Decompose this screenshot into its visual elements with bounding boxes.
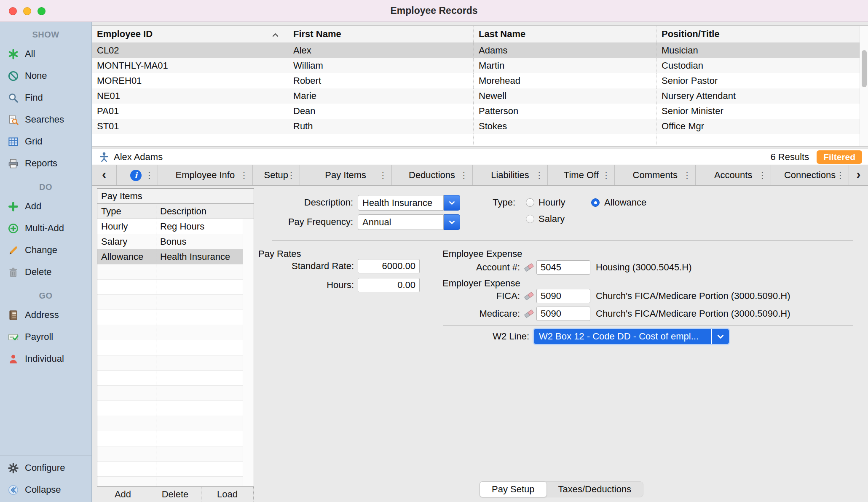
tab-accounts[interactable]: Accounts [696, 165, 771, 185]
empty-cell [97, 416, 156, 431]
description-dropdown[interactable]: Health Insurance [358, 195, 460, 211]
sidebar-item-reports[interactable]: Reports [0, 152, 91, 174]
load-pay-item-button[interactable]: Load [201, 487, 254, 502]
sidebar-item-all[interactable]: All [0, 43, 91, 65]
employer-expense-heading: Employer Expense [442, 278, 520, 289]
radio-hourly[interactable] [526, 198, 534, 207]
standard-rate-input[interactable]: 6000.00 [358, 259, 420, 273]
sidebar-item-searches[interactable]: Searches [0, 109, 91, 131]
sidebar-item-configure[interactable]: Configure [0, 457, 91, 479]
sidebar-item-delete[interactable]: Delete [0, 261, 91, 283]
table-row[interactable]: MOREH01 Robert Morehead Senior Pastor [92, 73, 860, 88]
sidebar-item-collapse[interactable]: Collapse [0, 479, 91, 501]
w2-line-dropdown[interactable]: W2 Box 12 - Code DD - Cost of empl... [534, 329, 729, 344]
sidebar-item-multi-add[interactable]: Multi-Add [0, 217, 91, 239]
tab-deductions[interactable]: Deductions [392, 165, 473, 185]
tabs-scroll-left-button[interactable]: ‹ [92, 165, 117, 185]
eraser-icon[interactable] [523, 261, 535, 272]
delete-pay-item-button[interactable]: Delete [149, 487, 201, 502]
table-row[interactable]: CL02 Alex Adams Musician [92, 43, 860, 58]
tab-connections[interactable]: Connections [771, 165, 849, 185]
printer-icon [8, 158, 19, 169]
sidebar-item-label: Collapse [25, 484, 61, 495]
chevron-down-icon[interactable] [444, 195, 460, 211]
list-item[interactable]: Allowance Health Insurance [97, 249, 243, 264]
column-header-description[interactable]: Description [156, 204, 254, 219]
empty-cell [97, 446, 156, 461]
sidebar-item-grid[interactable]: Grid [0, 131, 91, 152]
empty-cell [156, 371, 243, 385]
empty-cell [156, 416, 243, 431]
hours-input[interactable]: 0.00 [358, 278, 420, 292]
tab-setup[interactable]: Setup [253, 165, 300, 185]
sidebar-item-label: Add [25, 201, 41, 212]
tab-pay-items[interactable]: Pay Items [300, 165, 392, 185]
tab-taxes-deductions[interactable]: Taxes/Deductions [547, 482, 643, 497]
eraser-icon[interactable] [523, 307, 535, 319]
table-row[interactable]: NE01 Marie Newell Nursery Attendant [92, 88, 860, 104]
empty-row [97, 446, 243, 462]
table-row[interactable]: MONTHLY-MA01 William Martin Custodian [92, 58, 860, 73]
chevron-down-icon[interactable] [444, 214, 460, 230]
empty-cell [156, 431, 243, 446]
sidebar-item-label: Multi-Add [25, 223, 64, 234]
sidebar-item-none[interactable]: None [0, 65, 91, 87]
column-header-last-name[interactable]: Last Name [473, 26, 656, 43]
empty-row [97, 340, 243, 355]
sidebar-item-find[interactable]: Find [0, 87, 91, 109]
tab-time-off[interactable]: Time Off [548, 165, 615, 185]
eraser-icon[interactable] [523, 290, 535, 301]
tab-employee-info[interactable]: Employee Info [158, 165, 253, 185]
sidebar-section-show: SHOW [0, 26, 91, 43]
cell-employee-id: MONTHLY-MA01 [92, 58, 288, 73]
sidebar-item-add[interactable]: Add [0, 195, 91, 217]
table-scrollbar[interactable] [860, 26, 868, 147]
list-item[interactable]: Salary Bonus [97, 234, 243, 249]
sidebar-item-label: Change [25, 245, 57, 256]
tabs-scroll-right-button[interactable]: › [849, 165, 868, 185]
empty-row [97, 355, 243, 371]
tab-info[interactable] [117, 165, 158, 185]
sidebar-item-label: None [25, 70, 47, 81]
sidebar-item-payroll[interactable]: Payroll [0, 326, 91, 348]
cell-position: Senior Minister [656, 104, 860, 119]
grid-icon [8, 136, 19, 147]
account-number-input[interactable]: 5045 [536, 260, 590, 275]
empty-cell [97, 310, 156, 325]
cell-position: Custodian [656, 58, 860, 73]
column-header-label: Last Name [479, 29, 525, 40]
cell-first-name: Ruth [288, 119, 473, 134]
column-header-position[interactable]: Position/Title [656, 26, 860, 43]
tab-comments[interactable]: Comments [615, 165, 696, 185]
empty-cell [156, 295, 243, 310]
medicare-account-input[interactable]: 5090 [536, 307, 590, 321]
empty-cell [656, 134, 860, 147]
radio-allowance[interactable] [591, 198, 600, 207]
sidebar-item-individual[interactable]: Individual [0, 348, 91, 370]
radio-salary[interactable] [526, 215, 534, 223]
sidebar-item-change[interactable]: Change [0, 239, 91, 261]
chevron-down-icon[interactable] [712, 329, 729, 344]
tab-liabilities[interactable]: Liabilities [473, 165, 548, 185]
table-row[interactable]: PA01 Dean Patterson Senior Minister [92, 104, 860, 119]
filtered-badge[interactable]: Filtered [817, 150, 862, 164]
pay-items-scrollbar[interactable] [243, 219, 254, 486]
pay-frequency-dropdown[interactable]: Annual [358, 214, 460, 230]
column-header-first-name[interactable]: First Name [288, 26, 473, 43]
close-window-button[interactable] [9, 7, 17, 15]
account-number-label: Account #: [427, 262, 520, 273]
add-pay-item-button[interactable]: Add [97, 487, 149, 502]
minimize-window-button[interactable] [23, 7, 31, 15]
bottom-tab-switcher: Pay Setup Taxes/Deductions [480, 481, 643, 497]
fica-account-input[interactable]: 5090 [536, 289, 590, 303]
fica-description: Church's FICA/Medicare Portion (3000.509… [596, 290, 790, 302]
scrollbar-thumb[interactable] [862, 50, 867, 87]
column-header-employee-id[interactable]: Employee ID [92, 26, 288, 43]
sidebar-item-address[interactable]: Address [0, 304, 91, 326]
table-row[interactable]: ST01 Ruth Stokes Office Mgr [92, 119, 860, 134]
list-item[interactable]: Hourly Reg Hours [97, 219, 243, 234]
empty-cell [156, 355, 243, 370]
zoom-window-button[interactable] [38, 7, 46, 15]
tab-pay-setup[interactable]: Pay Setup [480, 481, 547, 497]
column-header-type[interactable]: Type [97, 204, 156, 219]
